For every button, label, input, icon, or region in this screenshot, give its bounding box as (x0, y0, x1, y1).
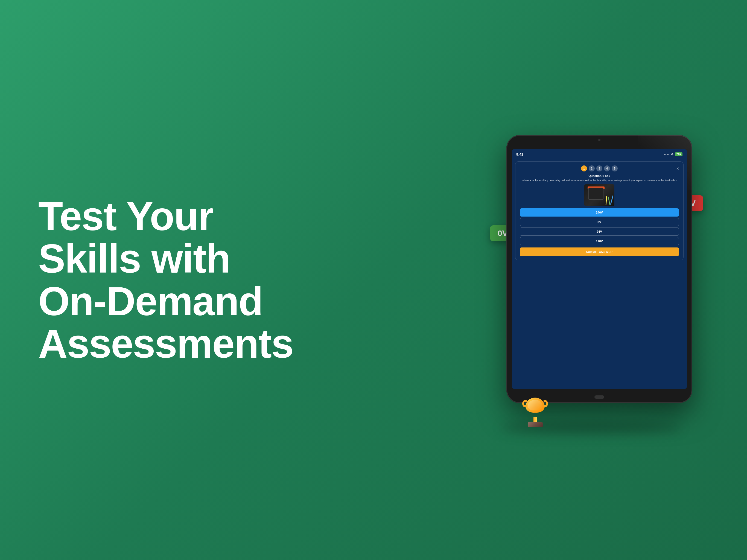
status-bar: 9:41 ▲▲ ⊕ 76+ (512, 149, 687, 159)
answer-24v[interactable]: 24V (520, 228, 679, 236)
status-time: 9:41 (516, 152, 523, 156)
answer-options: 240V 0V 24V 110V (520, 208, 679, 245)
quiz-modal: 1 2 3 4 5 ✕ Question 1 of 5 Given a faul… (515, 161, 684, 260)
trophy (517, 398, 553, 436)
wire-yellow (606, 196, 607, 205)
tablet-home-button[interactable] (594, 396, 604, 399)
notification-badge: 76+ (675, 152, 682, 156)
close-button[interactable]: ✕ (676, 167, 679, 171)
trophy-handle-left (522, 400, 526, 407)
trophy-cup (524, 398, 546, 417)
hero-line-4: Assessments (38, 321, 293, 366)
answer-0v[interactable]: 0V (520, 218, 679, 226)
relay-diagram (584, 184, 614, 206)
question-number: Question 1 of 5 (520, 174, 679, 177)
hero-line-3: On-Demand (38, 279, 263, 324)
answer-110v[interactable]: 110V (520, 237, 679, 245)
trophy-base (528, 422, 543, 427)
step-3: 3 (596, 166, 602, 172)
step-1: 1 (581, 166, 587, 172)
trophy-cup-body (525, 398, 545, 413)
hero-line-2: Skills with (38, 236, 230, 281)
step-indicators: 1 2 3 4 5 ✕ (520, 166, 679, 172)
step-2: 2 (589, 166, 595, 172)
wifi-icon: ⊕ (671, 153, 673, 156)
tablet-device: 9:41 ▲▲ ⊕ 76+ 1 2 3 4 5 ✕ (506, 135, 692, 403)
signal-icon: ▲▲ (664, 153, 670, 156)
tablet-screen: 9:41 ▲▲ ⊕ 76+ 1 2 3 4 5 ✕ (512, 149, 687, 389)
hero-text-block: Test Your Skills with On-Demand Assessme… (38, 195, 284, 365)
status-icons: ▲▲ ⊕ 76+ (664, 152, 682, 156)
step-5: 5 (612, 166, 618, 172)
question-image-area (520, 184, 679, 206)
hero-line-1: Test Your (38, 194, 213, 239)
hero-heading: Test Your Skills with On-Demand Assessme… (38, 195, 284, 365)
trophy-handle-right (544, 400, 548, 407)
question-image (584, 184, 614, 206)
question-text: Given a faulty auxiliary heat relay coil… (520, 179, 679, 182)
wire-blue (610, 196, 614, 205)
wire-green (608, 197, 610, 205)
step-4: 4 (604, 166, 610, 172)
submit-answer-button[interactable]: SUBMIT ANSWER (520, 248, 679, 256)
answer-240v[interactable]: 240V (520, 208, 679, 217)
tablet-camera (598, 139, 600, 141)
tablet-wrapper: 240V 0V 9:41 ▲▲ ⊕ 76+ 1 2 3 (490, 135, 703, 425)
relay-body (588, 187, 603, 200)
question-header: Question 1 of 5 Given a faulty auxiliary… (520, 174, 679, 182)
trophy-stem (534, 417, 537, 422)
